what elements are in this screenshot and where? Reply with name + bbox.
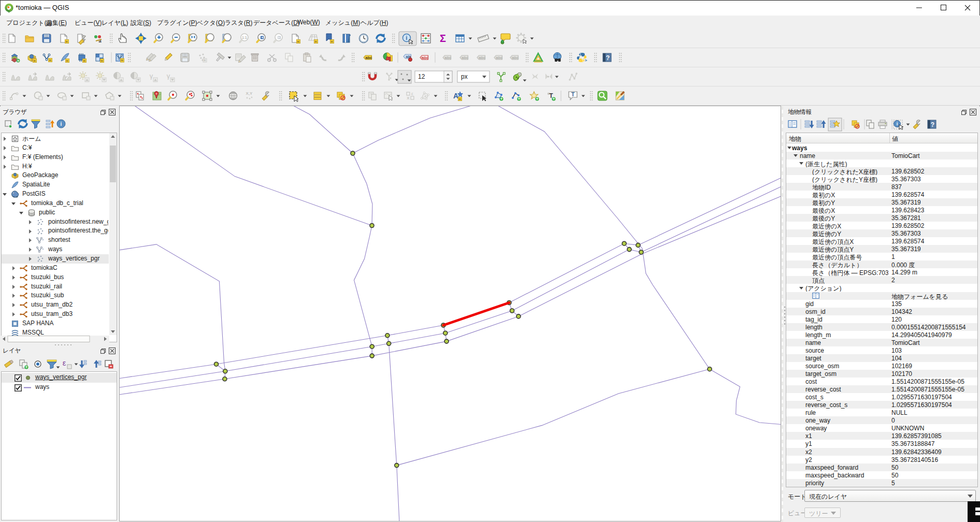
svg-text:γ: γ <box>167 72 170 80</box>
svg-text:+: + <box>17 59 20 63</box>
svg-text:+: + <box>518 96 521 102</box>
svg-text:1:1: 1:1 <box>242 36 247 39</box>
svg-text:abc: abc <box>445 55 452 60</box>
svg-text:abc: abc <box>479 55 486 60</box>
svg-text:✳: ✳ <box>314 40 318 44</box>
svg-text:γ: γ <box>150 72 153 80</box>
svg-text:12: 12 <box>418 73 425 80</box>
svg-text:?: ? <box>606 54 610 62</box>
svg-text:✳: ✳ <box>297 40 300 44</box>
svg-text:abc: abc <box>422 55 429 60</box>
svg-text:px: px <box>461 73 468 80</box>
svg-text:>: > <box>585 58 587 63</box>
svg-text:✳: ✳ <box>100 59 104 63</box>
svg-text:?: ? <box>931 121 934 128</box>
svg-text:✳: ✳ <box>330 40 334 44</box>
svg-text:+: + <box>553 96 555 102</box>
svg-text:✳: ✳ <box>204 59 207 62</box>
svg-text:✳: ✳ <box>83 59 86 63</box>
svg-text:abc: abc <box>512 55 519 60</box>
svg-text:abc: abc <box>366 55 372 60</box>
svg-text:A: A <box>453 92 458 100</box>
svg-text:+: + <box>536 96 539 102</box>
svg-text:✳: ✳ <box>33 59 36 63</box>
svg-text:ε: ε <box>63 358 66 367</box>
svg-text:i: i <box>897 121 898 126</box>
svg-text:i: i <box>406 35 408 41</box>
svg-text:Σ: Σ <box>440 33 446 44</box>
svg-text:ε: ε <box>411 91 413 96</box>
svg-text:✳: ✳ <box>49 59 52 62</box>
svg-text:✳: ✳ <box>66 59 69 63</box>
svg-text:✳: ✳ <box>458 97 462 101</box>
svg-text:X,Y: X,Y <box>246 91 253 96</box>
svg-text:✳: ✳ <box>121 59 124 62</box>
svg-text:T: T <box>571 91 575 97</box>
svg-text:abc: abc <box>462 55 469 60</box>
svg-text:+: + <box>25 365 28 370</box>
svg-text:X: X <box>407 96 410 100</box>
svg-text:✳: ✳ <box>65 40 68 44</box>
svg-text:abc: abc <box>496 55 503 60</box>
svg-text:+: + <box>500 96 503 102</box>
svg-text:i: i <box>61 121 62 127</box>
